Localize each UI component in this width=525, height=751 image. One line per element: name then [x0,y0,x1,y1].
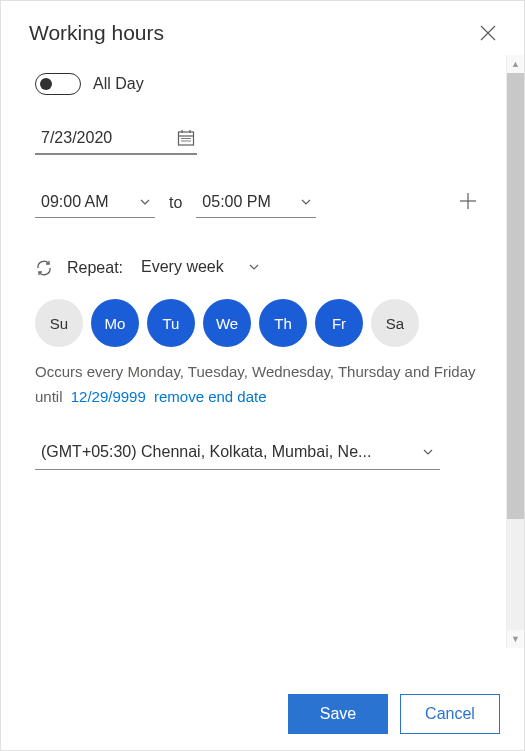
date-value: 7/23/2020 [41,129,112,147]
chevron-down-icon [248,261,260,273]
remove-end-date-link[interactable]: remove end date [154,388,267,405]
end-time-field[interactable]: 05:00 PM [196,187,316,218]
chevron-down-icon [300,196,312,208]
date-field[interactable]: 7/23/2020 [35,123,197,155]
content-wrapper: All Day 7/23/2020 09:00 AM [1,55,524,648]
day-th[interactable]: Th [259,299,307,347]
repeat-row: Repeat: Every week [35,254,496,281]
repeat-label: Repeat: [67,259,123,277]
recurrence-summary: Occurs every Monday, Tuesday, Wednesday,… [35,361,496,384]
toggle-knob [40,78,52,90]
plus-icon [458,191,478,211]
dialog-footer: Save Cancel [1,678,524,750]
until-row: until 12/29/9999 remove end date [35,388,496,405]
cancel-button[interactable]: Cancel [400,694,500,734]
working-hours-dialog: Working hours All Day 7/23/2020 [0,0,525,751]
scroll-down-arrow[interactable]: ▼ [507,630,524,648]
day-tu[interactable]: Tu [147,299,195,347]
dialog-header: Working hours [1,1,524,55]
until-prefix: until [35,388,63,405]
repeat-value: Every week [141,258,224,276]
close-icon[interactable] [480,25,496,41]
day-su[interactable]: Su [35,299,83,347]
time-row: 09:00 AM to 05:00 PM [35,187,496,218]
scrollbar[interactable]: ▲ ▼ [506,55,524,648]
dialog-title: Working hours [29,21,164,45]
day-mo[interactable]: Mo [91,299,139,347]
chevron-down-icon [139,196,151,208]
start-time-value: 09:00 AM [41,193,109,211]
timezone-value: (GMT+05:30) Chennai, Kolkata, Mumbai, Ne… [41,443,371,461]
to-label: to [169,194,182,212]
days-row: Su Mo Tu We Th Fr Sa [35,299,496,347]
repeat-select[interactable]: Every week [137,254,264,281]
until-date-link[interactable]: 12/29/9999 [71,388,146,405]
all-day-label: All Day [93,75,144,93]
day-sa[interactable]: Sa [371,299,419,347]
dialog-content: All Day 7/23/2020 09:00 AM [1,55,524,648]
all-day-toggle[interactable] [35,73,81,95]
add-time-button[interactable] [458,189,478,217]
scroll-track[interactable] [507,73,524,630]
end-time-value: 05:00 PM [202,193,270,211]
save-button[interactable]: Save [288,694,388,734]
day-we[interactable]: We [203,299,251,347]
scroll-up-arrow[interactable]: ▲ [507,55,524,73]
scroll-thumb[interactable] [507,73,524,519]
calendar-icon[interactable] [177,129,195,147]
timezone-field[interactable]: (GMT+05:30) Chennai, Kolkata, Mumbai, Ne… [35,435,440,470]
day-fr[interactable]: Fr [315,299,363,347]
start-time-field[interactable]: 09:00 AM [35,187,155,218]
all-day-row: All Day [35,73,496,95]
chevron-down-icon [422,446,434,458]
repeat-icon [35,259,53,277]
